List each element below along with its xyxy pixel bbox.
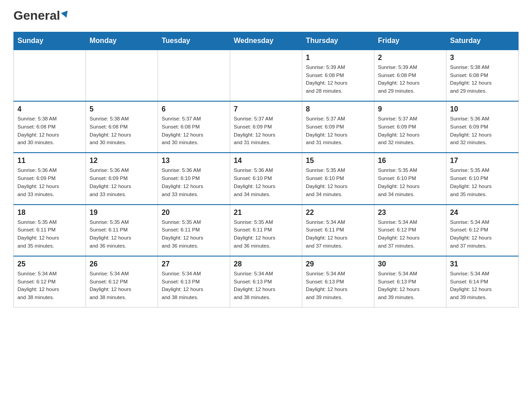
calendar-cell: 8Sunrise: 5:37 AMSunset: 6:09 PMDaylight…	[302, 101, 374, 153]
calendar-cell: 20Sunrise: 5:35 AMSunset: 6:11 PMDayligh…	[158, 205, 230, 256]
day-info: Sunrise: 5:38 AMSunset: 6:08 PMDaylight:…	[90, 115, 154, 147]
day-info: Sunrise: 5:35 AMSunset: 6:10 PMDaylight:…	[378, 167, 442, 198]
calendar-cell	[86, 50, 158, 101]
calendar-cell: 24Sunrise: 5:34 AMSunset: 6:12 PMDayligh…	[446, 205, 519, 256]
calendar-cell: 6Sunrise: 5:37 AMSunset: 6:08 PMDaylight…	[158, 101, 230, 153]
calendar-cell: 27Sunrise: 5:34 AMSunset: 6:13 PMDayligh…	[158, 256, 230, 308]
day-number: 18	[17, 209, 82, 217]
day-info: Sunrise: 5:34 AMSunset: 6:13 PMDaylight:…	[306, 270, 370, 302]
day-number: 16	[378, 157, 442, 165]
day-number: 31	[450, 260, 515, 268]
calendar-header-row: SundayMondayTuesdayWednesdayThursdayFrid…	[14, 32, 519, 50]
calendar-cell: 19Sunrise: 5:35 AMSunset: 6:11 PMDayligh…	[86, 205, 158, 256]
logo-triangle-icon	[61, 10, 70, 19]
day-info: Sunrise: 5:34 AMSunset: 6:14 PMDaylight:…	[450, 270, 515, 302]
calendar-cell: 3Sunrise: 5:38 AMSunset: 6:08 PMDaylight…	[446, 50, 519, 101]
day-number: 21	[234, 209, 298, 217]
day-info: Sunrise: 5:35 AMSunset: 6:11 PMDaylight:…	[17, 218, 82, 250]
day-info: Sunrise: 5:35 AMSunset: 6:11 PMDaylight:…	[234, 218, 298, 250]
day-info: Sunrise: 5:36 AMSunset: 6:10 PMDaylight:…	[162, 167, 226, 198]
day-number: 20	[162, 209, 226, 217]
calendar-cell: 22Sunrise: 5:34 AMSunset: 6:11 PMDayligh…	[302, 205, 374, 256]
day-number: 24	[450, 209, 515, 217]
day-number: 28	[234, 260, 298, 268]
calendar-cell: 21Sunrise: 5:35 AMSunset: 6:11 PMDayligh…	[230, 205, 302, 256]
day-info: Sunrise: 5:34 AMSunset: 6:11 PMDaylight:…	[306, 218, 370, 250]
day-number: 26	[90, 260, 154, 268]
day-number: 4	[17, 105, 82, 113]
calendar-cell: 25Sunrise: 5:34 AMSunset: 6:12 PMDayligh…	[14, 256, 86, 308]
calendar-cell: 4Sunrise: 5:38 AMSunset: 6:08 PMDaylight…	[14, 101, 86, 153]
day-number: 29	[306, 260, 370, 268]
calendar-cell: 2Sunrise: 5:39 AMSunset: 6:08 PMDaylight…	[374, 50, 446, 101]
day-number: 2	[378, 54, 442, 62]
calendar-cell: 12Sunrise: 5:36 AMSunset: 6:09 PMDayligh…	[86, 153, 158, 204]
calendar-cell: 29Sunrise: 5:34 AMSunset: 6:13 PMDayligh…	[302, 256, 374, 308]
calendar-week-row: 11Sunrise: 5:36 AMSunset: 6:09 PMDayligh…	[14, 153, 519, 204]
day-number: 15	[306, 157, 370, 165]
calendar-cell: 26Sunrise: 5:34 AMSunset: 6:12 PMDayligh…	[86, 256, 158, 308]
col-header-wednesday: Wednesday	[230, 32, 302, 50]
day-info: Sunrise: 5:37 AMSunset: 6:09 PMDaylight:…	[234, 115, 298, 147]
col-header-saturday: Saturday	[446, 32, 519, 50]
calendar-table: SundayMondayTuesdayWednesdayThursdayFrid…	[13, 32, 519, 308]
day-info: Sunrise: 5:34 AMSunset: 6:13 PMDaylight:…	[162, 270, 226, 302]
calendar-cell: 9Sunrise: 5:37 AMSunset: 6:09 PMDaylight…	[374, 101, 446, 153]
day-info: Sunrise: 5:39 AMSunset: 6:08 PMDaylight:…	[378, 64, 442, 95]
col-header-friday: Friday	[374, 32, 446, 50]
calendar-cell: 7Sunrise: 5:37 AMSunset: 6:09 PMDaylight…	[230, 101, 302, 153]
day-info: Sunrise: 5:35 AMSunset: 6:11 PMDaylight:…	[90, 218, 154, 250]
day-info: Sunrise: 5:34 AMSunset: 6:12 PMDaylight:…	[90, 270, 154, 302]
day-info: Sunrise: 5:39 AMSunset: 6:08 PMDaylight:…	[306, 64, 370, 95]
calendar-cell: 23Sunrise: 5:34 AMSunset: 6:12 PMDayligh…	[374, 205, 446, 256]
calendar-cell: 17Sunrise: 5:35 AMSunset: 6:10 PMDayligh…	[446, 153, 519, 204]
day-info: Sunrise: 5:34 AMSunset: 6:12 PMDaylight:…	[450, 218, 515, 250]
day-number: 5	[90, 105, 154, 113]
col-header-sunday: Sunday	[14, 32, 86, 50]
day-info: Sunrise: 5:35 AMSunset: 6:10 PMDaylight:…	[450, 167, 515, 198]
day-info: Sunrise: 5:34 AMSunset: 6:13 PMDaylight:…	[378, 270, 442, 302]
calendar-cell	[230, 50, 302, 101]
day-number: 19	[90, 209, 154, 217]
page-header: General	[13, 9, 519, 23]
calendar-cell: 30Sunrise: 5:34 AMSunset: 6:13 PMDayligh…	[374, 256, 446, 308]
day-info: Sunrise: 5:36 AMSunset: 6:09 PMDaylight:…	[450, 115, 515, 147]
calendar-cell: 1Sunrise: 5:39 AMSunset: 6:08 PMDaylight…	[302, 50, 374, 101]
day-number: 13	[162, 157, 226, 165]
calendar-week-row: 1Sunrise: 5:39 AMSunset: 6:08 PMDaylight…	[14, 50, 519, 101]
col-header-monday: Monday	[86, 32, 158, 50]
day-info: Sunrise: 5:34 AMSunset: 6:13 PMDaylight:…	[234, 270, 298, 302]
day-info: Sunrise: 5:35 AMSunset: 6:11 PMDaylight:…	[162, 218, 226, 250]
logo-text: General	[13, 9, 69, 23]
day-number: 6	[162, 105, 226, 113]
day-number: 3	[450, 54, 515, 62]
day-info: Sunrise: 5:36 AMSunset: 6:10 PMDaylight:…	[234, 167, 298, 198]
day-info: Sunrise: 5:38 AMSunset: 6:08 PMDaylight:…	[17, 115, 82, 147]
calendar-week-row: 25Sunrise: 5:34 AMSunset: 6:12 PMDayligh…	[14, 256, 519, 308]
calendar-cell	[158, 50, 230, 101]
day-info: Sunrise: 5:36 AMSunset: 6:09 PMDaylight:…	[17, 167, 82, 198]
logo: General	[13, 9, 69, 23]
day-number: 1	[306, 54, 370, 62]
calendar-cell: 11Sunrise: 5:36 AMSunset: 6:09 PMDayligh…	[14, 153, 86, 204]
calendar-week-row: 18Sunrise: 5:35 AMSunset: 6:11 PMDayligh…	[14, 205, 519, 256]
day-info: Sunrise: 5:37 AMSunset: 6:09 PMDaylight:…	[378, 115, 442, 147]
day-info: Sunrise: 5:35 AMSunset: 6:10 PMDaylight:…	[306, 167, 370, 198]
day-number: 9	[378, 105, 442, 113]
day-number: 22	[306, 209, 370, 217]
calendar-cell: 18Sunrise: 5:35 AMSunset: 6:11 PMDayligh…	[14, 205, 86, 256]
day-number: 14	[234, 157, 298, 165]
day-number: 30	[378, 260, 442, 268]
calendar-cell: 10Sunrise: 5:36 AMSunset: 6:09 PMDayligh…	[446, 101, 519, 153]
day-number: 27	[162, 260, 226, 268]
day-info: Sunrise: 5:36 AMSunset: 6:09 PMDaylight:…	[90, 167, 154, 198]
calendar-cell: 15Sunrise: 5:35 AMSunset: 6:10 PMDayligh…	[302, 153, 374, 204]
col-header-tuesday: Tuesday	[158, 32, 230, 50]
day-info: Sunrise: 5:34 AMSunset: 6:12 PMDaylight:…	[17, 270, 82, 302]
calendar-cell: 5Sunrise: 5:38 AMSunset: 6:08 PMDaylight…	[86, 101, 158, 153]
calendar-cell: 31Sunrise: 5:34 AMSunset: 6:14 PMDayligh…	[446, 256, 519, 308]
calendar-cell	[14, 50, 86, 101]
day-info: Sunrise: 5:38 AMSunset: 6:08 PMDaylight:…	[450, 64, 515, 95]
day-number: 10	[450, 105, 515, 113]
col-header-thursday: Thursday	[302, 32, 374, 50]
